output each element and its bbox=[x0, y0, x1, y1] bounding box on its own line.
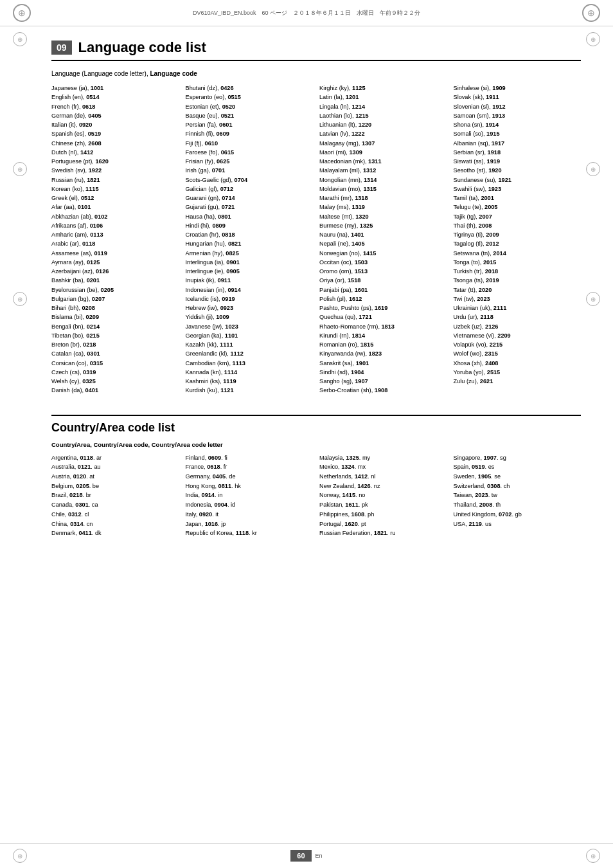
list-item: Laothian (lo), 1215 bbox=[319, 111, 447, 120]
country-col-0: Argentina, 0118. arAustralia, 0121. auAu… bbox=[51, 453, 179, 538]
list-item: Romanian (ro), 1815 bbox=[319, 340, 447, 349]
list-item: Greenlandic (kl), 1112 bbox=[186, 349, 314, 358]
list-item: Afrikaans (af), 0106 bbox=[51, 221, 179, 230]
list-item: Hindi (hi), 0809 bbox=[186, 221, 314, 230]
top-right-circle: ⊕ bbox=[582, 4, 600, 22]
left-circle-2: ⊕ bbox=[13, 162, 27, 176]
list-item: Polish (pl), 1612 bbox=[319, 294, 447, 303]
list-item: Lingala (ln), 1214 bbox=[319, 102, 447, 111]
list-item: Maltese (mt), 1320 bbox=[319, 212, 447, 221]
list-item: Moldavian (mo), 1315 bbox=[319, 185, 447, 194]
list-item: Albanian (sq), 1917 bbox=[454, 139, 582, 148]
list-item: Russian (ru), 1821 bbox=[51, 176, 179, 185]
list-item: Kashmiri (ks), 1119 bbox=[186, 377, 314, 386]
right-circle-3: ⊕ bbox=[586, 292, 600, 306]
country-col-3: Singapore, 1907. sgSpain, 0519. esSweden… bbox=[454, 453, 582, 538]
left-circle-1: ⊕ bbox=[13, 32, 27, 46]
list-item: Tatar (tt), 2020 bbox=[454, 285, 582, 294]
top-bar: ⊕ DV610AV_IBD_EN.book 60 ページ ２０１８年６月１１日 … bbox=[0, 0, 613, 26]
list-item: English (en), 0514 bbox=[51, 93, 179, 102]
list-item: Faroese (fo), 0615 bbox=[186, 148, 314, 157]
section-header: 09 Language code list bbox=[51, 39, 581, 61]
list-item: Somali (so), 1915 bbox=[454, 129, 582, 138]
list-item: Switzerland, 0308. ch bbox=[454, 482, 582, 491]
list-item: Assamese (as), 0119 bbox=[51, 249, 179, 258]
right-decoration: ⊕ ⊕ ⊕ bbox=[586, 32, 600, 306]
list-item: Catalan (ca), 0301 bbox=[51, 349, 179, 358]
list-item: Kazakh (kk), 1111 bbox=[186, 340, 314, 349]
list-item: Sanskrit (sa), 1901 bbox=[319, 359, 447, 368]
list-item: Australia, 0121. au bbox=[51, 462, 179, 472]
language-col-3: Sinhalese (si), 1909Slovak (sk), 1911Slo… bbox=[454, 84, 582, 395]
list-item: Scots-Gaelic (gd), 0704 bbox=[186, 176, 314, 185]
list-item: Galician (gl), 0712 bbox=[186, 185, 314, 194]
list-item: Sundanese (su), 1921 bbox=[454, 176, 582, 185]
top-bar-right: ⊕ bbox=[582, 4, 600, 22]
list-item: Nauru (na), 1401 bbox=[319, 230, 447, 239]
list-item: Sindhi (sd), 1904 bbox=[319, 368, 447, 377]
top-bar-left: ⊕ bbox=[13, 4, 31, 22]
list-item: Xhosa (xh), 2408 bbox=[454, 359, 582, 368]
list-item: Slovak (sk), 1911 bbox=[454, 93, 582, 102]
language-col-2: Kirghiz (ky), 1125Latin (la), 1201Lingal… bbox=[319, 84, 447, 395]
list-item: Hong Kong, 0811. hk bbox=[186, 482, 314, 491]
language-code-grid: Japanese (ja), 1001English (en), 0514Fre… bbox=[51, 84, 581, 395]
language-indicator: En bbox=[315, 853, 323, 859]
list-item: Vietnamese (vi), 2209 bbox=[454, 331, 582, 340]
list-item: Dutch (nl), 1412 bbox=[51, 148, 179, 157]
list-item: Gujarati (gu), 0721 bbox=[186, 203, 314, 212]
list-item: Singapore, 1907. sg bbox=[454, 453, 582, 463]
list-item: Germany, 0405. de bbox=[186, 472, 314, 482]
list-item: Italian (it), 0920 bbox=[51, 120, 179, 129]
list-item: India, 0914. in bbox=[186, 491, 314, 500]
list-item: Burmese (my), 1325 bbox=[319, 221, 447, 230]
list-item: Samoan (sm), 1913 bbox=[454, 111, 582, 120]
list-item: Javanese (jw), 1023 bbox=[186, 322, 314, 331]
list-item: Latvian (lv), 1222 bbox=[319, 129, 447, 138]
country-subheading: Country/Area, Country/Area code, Country… bbox=[51, 441, 581, 448]
list-item: Rhaeto-Romance (rm), 1813 bbox=[319, 322, 447, 331]
list-item: Kirghiz (ky), 1125 bbox=[319, 84, 447, 93]
list-item: Italy, 0920. it bbox=[186, 510, 314, 520]
list-item: Amharic (am), 0113 bbox=[51, 230, 179, 239]
list-item: Thailand, 2008. th bbox=[454, 500, 582, 510]
list-item: United Kingdom, 0702. gb bbox=[454, 510, 582, 520]
list-item: Japan, 1016. jp bbox=[186, 520, 314, 529]
list-item: Canada, 0301. ca bbox=[51, 500, 179, 510]
page-content: 09 Language code list Language (Language… bbox=[0, 26, 613, 557]
list-item: Bhutani (dz), 0426 bbox=[186, 84, 314, 93]
list-item: Republic of Korea, 1118. kr bbox=[186, 529, 314, 538]
list-item: Telugu (te), 2005 bbox=[454, 203, 582, 212]
list-item: Byelorussian (be), 0205 bbox=[51, 285, 179, 294]
list-item: Tsonga (ts), 2019 bbox=[454, 276, 582, 285]
list-item: Denmark, 0411. dk bbox=[51, 529, 179, 538]
bottom-right-circle: ⊕ bbox=[586, 849, 600, 863]
list-item: Slovenian (sl), 1912 bbox=[454, 102, 582, 111]
list-item: Azerbaijani (az), 0126 bbox=[51, 267, 179, 276]
list-item: Maori (mi), 1309 bbox=[319, 148, 447, 157]
list-item: Yiddish (ji), 1009 bbox=[186, 312, 314, 321]
list-item: Icelandic (is), 0919 bbox=[186, 294, 314, 303]
list-item: Malayalam (ml), 1312 bbox=[319, 166, 447, 175]
list-item: Tamil (ta), 2001 bbox=[454, 194, 582, 203]
list-item: Ukrainian (uk), 2111 bbox=[454, 303, 582, 312]
list-item: Interlingue (ie), 0905 bbox=[186, 267, 314, 276]
section-number: 09 bbox=[51, 41, 72, 55]
list-item: Afar (aa), 0101 bbox=[51, 203, 179, 212]
list-item: Hungarian (hu), 0821 bbox=[186, 239, 314, 248]
list-item: China, 0314. cn bbox=[51, 520, 179, 529]
list-item: Japanese (ja), 1001 bbox=[51, 84, 179, 93]
list-item: Thai (th), 2008 bbox=[454, 221, 582, 230]
list-item: Panjabi (pa), 1601 bbox=[319, 285, 447, 294]
list-item: Aymara (ay), 0125 bbox=[51, 258, 179, 267]
list-item: Guarani (gn), 0714 bbox=[186, 194, 314, 203]
left-decoration: ⊕ ⊕ ⊕ bbox=[13, 32, 27, 306]
list-item: Zulu (zu), 2621 bbox=[454, 377, 582, 386]
list-item: Brazil, 0218. br bbox=[51, 491, 179, 500]
list-item: Austria, 0120. at bbox=[51, 472, 179, 482]
list-item: Estonian (et), 0520 bbox=[186, 102, 314, 111]
list-item: Spanish (es), 0519 bbox=[51, 129, 179, 138]
language-subheading: Language (Language code letter), Languag… bbox=[51, 70, 581, 77]
list-item: Sweden, 1905. se bbox=[454, 472, 582, 482]
list-item: Bihari (bh), 0208 bbox=[51, 303, 179, 312]
